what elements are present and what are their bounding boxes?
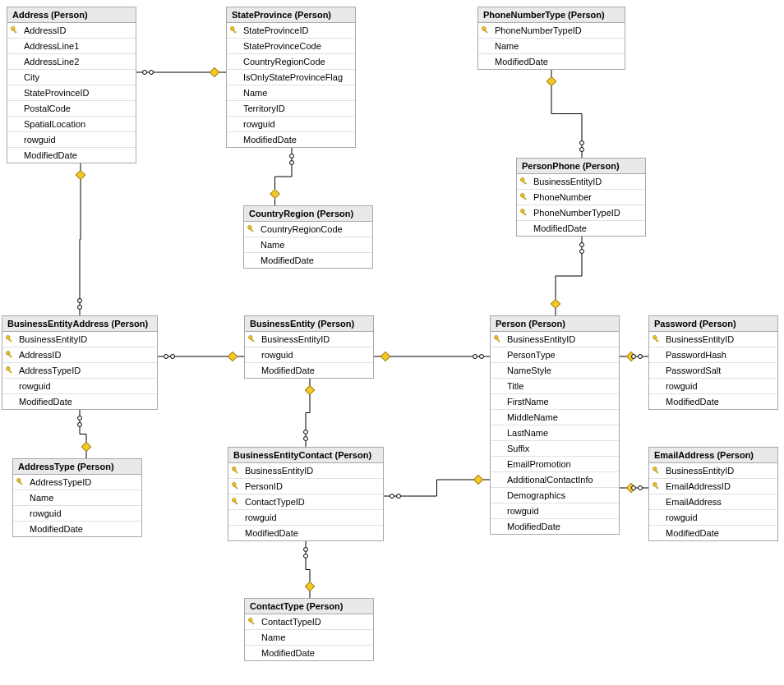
table-column[interactable]: BusinessEntityID xyxy=(491,332,619,347)
table-password[interactable]: Password (Person) BusinessEntityIDPasswo… xyxy=(648,315,778,410)
column-name: rowguid xyxy=(22,135,56,145)
table-column[interactable]: ModifiedDate xyxy=(649,526,777,540)
table-column[interactable]: LastName xyxy=(491,425,619,441)
table-column[interactable]: Name xyxy=(245,630,373,646)
table-column[interactable]: Name xyxy=(478,39,625,54)
primary-key-icon xyxy=(231,497,241,507)
table-column[interactable]: BusinessEntityID xyxy=(228,463,383,479)
table-addresstype[interactable]: AddressType (Person) AddressTypeIDNamero… xyxy=(12,458,142,537)
column-name: PhoneNumberTypeID xyxy=(532,208,620,218)
table-column[interactable]: ModifiedDate xyxy=(245,363,373,378)
table-column[interactable]: rowguid xyxy=(649,379,777,394)
table-businessentitycontact[interactable]: BusinessEntityContact (Person) BusinessE… xyxy=(228,447,384,541)
table-column[interactable]: AddressLine2 xyxy=(7,54,136,70)
table-stateprovince[interactable]: StateProvince (Person) StateProvinceIDSt… xyxy=(226,7,356,148)
table-column[interactable]: MiddleName xyxy=(491,410,619,425)
table-column[interactable]: ModifiedDate xyxy=(244,253,372,268)
primary-key-icon xyxy=(5,350,15,360)
svg-rect-24 xyxy=(305,385,314,394)
table-businessentity[interactable]: BusinessEntity (Person) BusinessEntityID… xyxy=(244,315,374,379)
table-column[interactable]: NameStyle xyxy=(491,363,619,379)
table-column[interactable]: CountryRegionCode xyxy=(244,222,372,237)
table-column[interactable]: AdditionalContactInfo xyxy=(491,472,619,488)
table-title: BusinessEntity (Person) xyxy=(245,316,373,332)
table-column[interactable]: rowguid xyxy=(13,506,141,522)
table-column[interactable]: StateProvinceID xyxy=(7,85,136,101)
table-column[interactable]: ModifiedDate xyxy=(478,54,625,69)
table-column[interactable]: PhoneNumberTypeID xyxy=(478,23,625,39)
table-column[interactable]: PasswordSalt xyxy=(649,363,777,379)
svg-point-26 xyxy=(304,437,308,441)
table-column[interactable]: AddressID xyxy=(2,347,157,363)
table-column[interactable]: ContactTypeID xyxy=(228,494,383,510)
table-column[interactable]: ModifiedDate xyxy=(491,519,619,534)
table-column[interactable]: ContactTypeID xyxy=(245,614,373,630)
table-column[interactable]: ModifiedDate xyxy=(649,394,777,409)
table-column[interactable]: rowguid xyxy=(227,117,355,132)
table-column[interactable]: Demographics xyxy=(491,488,619,503)
table-column[interactable]: ModifiedDate xyxy=(2,394,157,409)
table-column[interactable]: EmailPromotion xyxy=(491,457,619,472)
table-address[interactable]: Address (Person) AddressIDAddressLine1Ad… xyxy=(7,7,136,163)
table-person[interactable]: Person (Person) BusinessEntityIDPersonTy… xyxy=(490,315,620,535)
table-body: StateProvinceIDStateProvinceCodeCountryR… xyxy=(227,23,355,147)
table-column[interactable]: rowguid xyxy=(491,503,619,519)
table-column[interactable]: City xyxy=(7,70,136,85)
table-column[interactable]: AddressLine1 xyxy=(7,39,136,54)
table-column[interactable]: TerritoryID xyxy=(227,101,355,117)
table-column[interactable]: EmailAddress xyxy=(649,494,777,510)
primary-key-icon xyxy=(5,365,15,375)
table-column[interactable]: AddressTypeID xyxy=(2,363,157,379)
table-column[interactable]: Suffix xyxy=(491,441,619,457)
table-column[interactable]: FirstName xyxy=(491,394,619,410)
table-column[interactable]: BusinessEntityID xyxy=(2,332,157,347)
table-column[interactable]: IsOnlyStateProvinceFlag xyxy=(227,70,355,85)
table-column[interactable]: AddressTypeID xyxy=(13,475,141,490)
table-column[interactable]: rowguid xyxy=(649,510,777,526)
table-column[interactable]: PersonID xyxy=(228,479,383,494)
table-column[interactable]: AddressID xyxy=(7,23,136,39)
table-phonenumbertype[interactable]: PhoneNumberType (Person) PhoneNumberType… xyxy=(477,7,625,70)
table-column[interactable]: PhoneNumberTypeID xyxy=(517,205,645,221)
table-column[interactable]: rowguid xyxy=(7,132,136,148)
column-name: ModifiedDate xyxy=(243,528,298,538)
table-column[interactable]: ModifiedDate xyxy=(227,132,355,147)
table-column[interactable]: Name xyxy=(13,490,141,506)
table-contacttype[interactable]: ContactType (Person) ContactTypeIDNameMo… xyxy=(244,598,374,661)
table-column[interactable]: StateProvinceID xyxy=(227,23,355,39)
table-column[interactable]: ModifiedDate xyxy=(245,646,373,660)
table-column[interactable]: PhoneNumber xyxy=(517,190,645,205)
table-businessentityaddress[interactable]: BusinessEntityAddress (Person) BusinessE… xyxy=(2,315,158,410)
table-column[interactable]: rowguid xyxy=(2,379,157,394)
table-column[interactable]: Name xyxy=(227,85,355,101)
table-emailaddress[interactable]: EmailAddress (Person) BusinessEntityID E… xyxy=(648,447,778,541)
table-personphone[interactable]: PersonPhone (Person) BusinessEntityID Ph… xyxy=(516,158,646,237)
table-column[interactable]: ModifiedDate xyxy=(228,526,383,540)
table-column[interactable]: BusinessEntityID xyxy=(517,174,645,190)
relation-line xyxy=(384,480,490,496)
table-column[interactable]: StateProvinceCode xyxy=(227,39,355,54)
relation-line xyxy=(80,410,86,458)
table-column[interactable]: PersonType xyxy=(491,347,619,363)
table-column[interactable]: Name xyxy=(244,237,372,253)
table-column[interactable]: ModifiedDate xyxy=(7,148,136,163)
primary-key-icon-slot xyxy=(2,350,17,360)
table-column[interactable]: CountryRegionCode xyxy=(227,54,355,70)
table-column[interactable]: BusinessEntityID xyxy=(649,463,777,479)
table-column[interactable]: SpatialLocation xyxy=(7,117,136,132)
table-column[interactable]: rowguid xyxy=(245,347,373,363)
table-title: PersonPhone (Person) xyxy=(517,159,645,174)
primary-key-icon-slot xyxy=(649,466,664,476)
table-column[interactable]: BusinessEntityID xyxy=(649,332,777,347)
table-column[interactable]: BusinessEntityID xyxy=(245,332,373,347)
table-column[interactable]: ModifiedDate xyxy=(13,522,141,536)
table-column[interactable]: PasswordHash xyxy=(649,347,777,363)
table-column[interactable]: PostalCode xyxy=(7,101,136,117)
column-name: Title xyxy=(505,381,523,391)
table-column[interactable]: Title xyxy=(491,379,619,394)
column-name: AddressID xyxy=(17,350,61,360)
table-countryregion[interactable]: CountryRegion (Person) CountryRegionCode… xyxy=(243,205,373,269)
table-column[interactable]: EmailAddressID xyxy=(649,479,777,494)
table-column[interactable]: ModifiedDate xyxy=(517,221,645,236)
table-column[interactable]: rowguid xyxy=(228,510,383,526)
